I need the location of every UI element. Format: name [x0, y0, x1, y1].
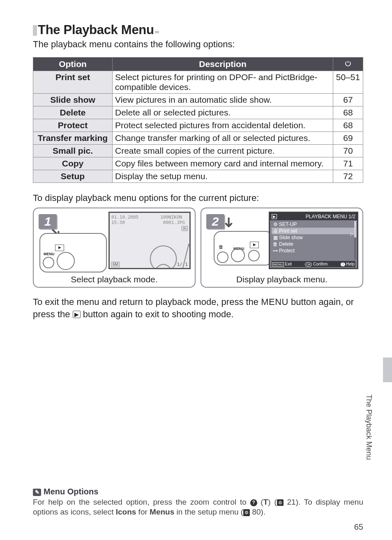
options-table: Option Description Print setSelect pictu…	[33, 57, 363, 183]
step-2-caption: Display playback menu.	[201, 275, 362, 284]
svg-point-0	[150, 246, 176, 269]
option-page: 69	[333, 132, 363, 145]
camera-button	[231, 248, 245, 262]
arrow-icon: ➜	[221, 217, 238, 228]
option-description: Change transfer marking of all or select…	[113, 132, 333, 145]
camera-button	[43, 257, 54, 268]
footer-text: For help on the selected option, press t…	[33, 497, 363, 517]
note-icon: ✎	[33, 489, 41, 496]
side-section-label: The Playback Menu	[364, 395, 373, 460]
playback-menu-screen: ▶PLAYBACK MENU 1/2 ⚙SET-UP🖨Print set▦Sli…	[269, 212, 358, 269]
table-row: DeleteDelete all or selected pictures.68	[33, 106, 363, 119]
option-description: Protect selected pictures from accidenta…	[113, 119, 333, 132]
option-name: Slide show	[33, 94, 113, 106]
menu-footer: MENU Exit OK Confirm ? Help	[272, 261, 355, 267]
th-description: Description	[113, 58, 333, 71]
steps-row: 1 ➜ ▶ MENU 01.10.2005 100NIKON 15:30 000…	[33, 208, 363, 288]
th-ref-icon	[333, 58, 363, 71]
table-row: CopyCopy files between memory card and i…	[33, 157, 363, 170]
table-row: Print setSelect pictures for printing on…	[33, 71, 363, 94]
after-text: To exit the menu and return to playback …	[33, 296, 363, 320]
option-page: 50–51	[333, 71, 363, 94]
lead-text: The playback menu contains the following…	[33, 39, 363, 50]
camera-lcd-preview: 01.10.2005 100NIKON 15:30 0001.JPG IN 6M…	[108, 212, 191, 269]
menu-pointer-icon: ▷	[350, 231, 354, 237]
option-description: View pictures in an automatic slide show…	[113, 94, 333, 106]
camera-illustration: 🗑 ▶ MENU	[214, 231, 273, 265]
option-description: Create small copies of the current pictu…	[113, 145, 333, 157]
footer-title: Menu Options	[44, 487, 98, 496]
camera-button	[217, 252, 228, 263]
side-tab	[383, 358, 392, 382]
option-description: Display the setup menu.	[113, 170, 333, 183]
menu-scrollbar	[354, 221, 356, 260]
title-accent	[33, 25, 37, 36]
menu-item: 🗑Delete	[272, 241, 355, 247]
table-row: Small pic.Create small copies of the cur…	[33, 145, 363, 157]
table-row: Transfer markingChange transfer marking …	[33, 132, 363, 145]
option-page: 70	[333, 145, 363, 157]
table-row: SetupDisplay the setup menu.72	[33, 170, 363, 183]
option-description: Delete all or selected pictures.	[113, 106, 333, 119]
option-name: Delete	[33, 106, 113, 119]
option-page: 71	[333, 157, 363, 170]
th-option: Option	[33, 58, 113, 71]
camera-dpad	[57, 252, 75, 270]
camera-illustration: ▶ MENU	[39, 233, 107, 272]
page-number: 65	[354, 522, 363, 532]
camera-button	[248, 250, 260, 261]
title-trail	[155, 31, 159, 33]
menu-title: ▶PLAYBACK MENU 1/2	[270, 213, 357, 220]
mid-text: To display playback menu options for the…	[33, 193, 363, 203]
footer-note: ✎Menu Options For help on the selected o…	[33, 487, 363, 517]
step-1: 1 ➜ ▶ MENU 01.10.2005 100NIKON 15:30 000…	[33, 208, 196, 288]
option-name: Small pic.	[33, 145, 113, 157]
option-name: Transfer marking	[33, 132, 113, 145]
camera-menu-label: MENU	[44, 252, 55, 256]
option-description: Copy files between memory card and inter…	[113, 157, 333, 170]
option-page: 72	[333, 170, 363, 183]
page-title: The Playback Menu	[38, 23, 154, 37]
step-2: 2 ➜ 🗑 ▶ MENU ▶PLAYBACK MENU 1/2 ⚙SET-UP🖨…	[201, 208, 363, 288]
ref-icon: ⚙	[277, 499, 284, 506]
menu-item: ▦Slide show	[272, 234, 355, 241]
table-row: Slide showView pictures in an automatic …	[33, 94, 363, 106]
option-page: 68	[333, 119, 363, 132]
help-icon: ?	[250, 499, 257, 506]
option-name: Print set	[33, 71, 113, 94]
option-page: 68	[333, 106, 363, 119]
step-1-caption: Select playback mode.	[34, 275, 195, 284]
ref-icon: ⚙	[243, 509, 250, 516]
trash-icon: 🗑	[219, 244, 224, 250]
menu-item: ⊶Protect	[272, 247, 355, 254]
menu-item: ⚙SET-UP	[272, 221, 355, 228]
menu-item: 🖨Print set	[272, 228, 355, 234]
option-page: 67	[333, 94, 363, 106]
option-name: Protect	[33, 119, 113, 132]
option-name: Copy	[33, 157, 113, 170]
option-name: Setup	[33, 170, 113, 183]
option-description: Select pictures for printing on DPOF- an…	[113, 71, 333, 94]
play-icon: ▶	[250, 242, 259, 248]
play-icon: ▶	[55, 245, 64, 251]
table-row: ProtectProtect selected pictures from ac…	[33, 119, 363, 132]
play-icon: ▶	[73, 311, 81, 318]
menu-button-label: MENU	[261, 297, 288, 307]
